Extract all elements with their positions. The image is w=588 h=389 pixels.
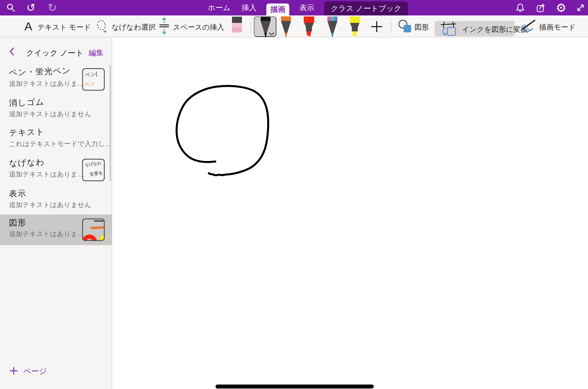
text-mode-label: テキスト モード — [37, 22, 91, 32]
black-pen-icon — [260, 17, 271, 40]
page-list-item[interactable]: ペン・蛍光ペン 追加テキストはありま… ペン( ペン — [0, 64, 112, 95]
thumb-ink-black: なげなわ — [85, 161, 101, 168]
back-chevron-icon[interactable] — [9, 47, 14, 56]
ink-stroke-circle — [112, 37, 588, 389]
page-list-sidebar: クイック ノート 編集 ペン・蛍光ペン 追加テキストはありま… ペン( ペン 消… — [0, 37, 112, 389]
thumb-shapes-drawing — [83, 219, 104, 240]
page-subtitle: 追加テキストはありません — [9, 200, 91, 209]
thumb-ink-black: ペン( — [85, 70, 98, 78]
page-thumbnail: ペン( ペン — [82, 68, 105, 91]
undo-icon[interactable]: ↺ — [24, 0, 38, 15]
page-subtitle: 追加テキストはありま… — [9, 170, 84, 179]
tab-insert[interactable]: 挿入 — [240, 0, 257, 15]
red-marker-tool[interactable] — [303, 16, 314, 39]
edit-button[interactable]: 編集 — [89, 48, 104, 58]
page-title-handwritten: 表示 — [9, 188, 27, 200]
orange-pen-tool[interactable] — [281, 16, 292, 39]
text-mode-button[interactable]: A テキスト モード — [24, 19, 84, 34]
insert-space-button[interactable]: スペースの挿入 — [158, 17, 219, 35]
redo-glyph: ↻ — [48, 2, 57, 13]
ink-to-shape-label: インクを図形に変換 — [462, 25, 528, 35]
yellow-highlighter-tool[interactable] — [349, 16, 360, 39]
onenote-app: ↺ ↻ ホーム 挿入 描画 表示 クラス ノートブック ⚙ A テキスト モード — [0, 0, 588, 389]
shapes-label: 図形 — [415, 22, 429, 32]
page-title-handwritten: 図形 — [9, 217, 27, 229]
add-page-label: ページ — [23, 366, 47, 377]
settings-gear-icon[interactable]: ⚙ — [555, 0, 568, 15]
note-canvas[interactable] — [112, 37, 588, 389]
thumb-ink-black: 文章を — [89, 169, 103, 177]
lasso-icon — [96, 19, 109, 33]
page-subtitle: 追加テキストはありま… — [9, 79, 84, 88]
page-title-handwritten: ペン・蛍光ペン — [9, 65, 71, 78]
page-list-item[interactable]: 表示 追加テキストはありません — [0, 185, 112, 216]
page-thumbnail — [82, 219, 105, 241]
shapes-button[interactable]: 図形 — [398, 19, 429, 34]
ink-to-shape-toggle[interactable]: インクを図形に変換 — [435, 21, 515, 36]
page-list-item-selected[interactable]: 図形 追加テキストはありま… — [0, 215, 112, 245]
toolbar-divider — [391, 22, 391, 33]
draw-mode-hand-pen-icon — [520, 18, 537, 34]
page-thumbnail: なげなわ 文章を — [82, 159, 105, 181]
thumb-ink-orange: ペン — [84, 80, 95, 88]
page-title-handwritten: テキスト — [9, 126, 45, 139]
insert-space-icon — [158, 17, 170, 34]
eraser-tool[interactable] — [232, 16, 243, 33]
tab-view[interactable]: 表示 — [298, 0, 315, 15]
page-list-item[interactable]: テキスト これはテキストモードで入力し… — [0, 124, 112, 155]
draw-mode-button[interactable]: 描画モード — [520, 18, 582, 34]
notifications-bell-icon[interactable] — [514, 0, 527, 15]
toolbar-divider — [251, 22, 251, 33]
pen-options-chevron-down-icon — [269, 32, 274, 35]
page-title-handwritten: なげなわ — [9, 157, 45, 169]
lasso-select-button[interactable]: なげなわ選択 — [96, 18, 150, 34]
page-subtitle: 追加テキストはありま… — [9, 229, 84, 238]
undo-glyph: ↺ — [26, 2, 36, 13]
tab-draw[interactable]: 描画 — [266, 3, 289, 15]
black-pen-tool-selected[interactable] — [254, 16, 276, 37]
tab-class-notebook[interactable]: クラス ノートブック — [324, 1, 408, 15]
home-indicator-bar[interactable] — [216, 385, 374, 389]
page-list-item[interactable]: なげなわ 追加テキストはありま… なげなわ 文章を — [0, 155, 112, 185]
insert-space-label: スペースの挿入 — [173, 22, 224, 32]
ink-to-shape-icon — [439, 21, 459, 36]
tab-home[interactable]: ホーム — [207, 0, 231, 15]
page-list-item[interactable]: 消しゴム 追加テキストはありません — [0, 95, 112, 125]
ribbon-tabs: ホーム 挿入 描画 表示 クラス ノートブック — [207, 0, 408, 15]
add-page-button[interactable]: ページ — [0, 362, 112, 380]
redo-icon[interactable]: ↻ — [45, 0, 59, 15]
page-subtitle: これはテキストモードで入力し… — [9, 139, 112, 148]
draw-mode-label: 描画モード — [539, 22, 576, 32]
page-title-handwritten: 消しゴム — [9, 96, 45, 109]
fullscreen-expand-icon[interactable] — [574, 0, 587, 15]
search-icon[interactable] — [4, 0, 17, 15]
gear-glyph: ⚙ — [556, 2, 566, 14]
shapes-icon — [398, 19, 412, 33]
share-icon[interactable] — [535, 0, 548, 15]
notebook-section-title: クイック ノート — [26, 48, 83, 58]
lasso-select-label: なげなわ選択 — [112, 22, 156, 32]
top-bar: ↺ ↻ ホーム 挿入 描画 表示 クラス ノートブック ⚙ — [0, 0, 588, 15]
plus-icon — [371, 21, 383, 33]
page-subtitle: 追加テキストはありません — [9, 110, 91, 118]
sidebar-scrollbar[interactable] — [110, 65, 111, 181]
draw-toolbar: A テキスト モード なげなわ選択 スペースの挿入 — [0, 15, 588, 37]
plus-icon — [9, 367, 18, 375]
text-mode-icon: A — [24, 19, 32, 33]
rainbow-pen-tool[interactable] — [327, 16, 338, 39]
add-pen-button[interactable] — [371, 20, 383, 33]
